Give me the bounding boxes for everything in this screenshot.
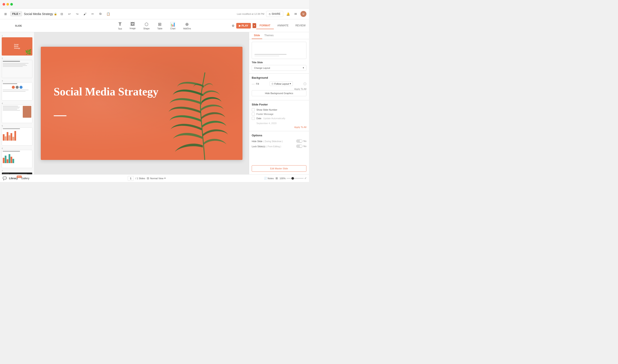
circle-2 — [16, 86, 19, 89]
cut-icon[interactable]: ✂ — [90, 11, 96, 17]
slide4-image — [23, 106, 31, 118]
panel-tabs: Slide Themes — [249, 32, 309, 39]
fill-dropdown-arrow-icon: ▾ — [290, 82, 291, 85]
main-slide-canvas[interactable]: Social Media Strategy — [41, 47, 243, 160]
insert-addons-button[interactable]: ⊕ AddOns — [183, 22, 191, 30]
footer-message-checkbox[interactable] — [252, 113, 255, 116]
image-insert-label: Image — [130, 27, 136, 30]
themes-tab[interactable]: Themes — [262, 32, 276, 39]
slides-panel: 1 SocialMediaStrategy 🌿 2 — [0, 32, 34, 174]
table-insert-label: Table — [157, 27, 163, 30]
slide-number-2: 2 — [2, 57, 32, 59]
slide-title-text[interactable]: Social Media Strategy — [54, 85, 158, 98]
file-menu-button[interactable]: FILE ▾ — [10, 11, 22, 16]
edit-master-slide-button[interactable]: Edit Master Slide — [252, 165, 306, 172]
slide-layout-icon[interactable]: ⊟ — [59, 11, 65, 17]
chat-icon[interactable]: ✉ — [293, 11, 299, 17]
slide-thumbnail-3[interactable]: 3 — [0, 79, 34, 101]
library-button[interactable]: Library New — [9, 177, 18, 180]
notes-icon: 📄 — [264, 177, 267, 180]
slide-number-3: 3 — [2, 80, 32, 82]
hide-slide-label: Hide Slide — [252, 140, 262, 143]
page-number-input[interactable] — [128, 176, 134, 181]
slide-number-7: 7 — [2, 170, 32, 172]
fill-label-text: Fill — [256, 82, 259, 85]
minimize-button[interactable] — [6, 3, 9, 6]
slide-plant — [167, 60, 243, 160]
grid-layout-icon[interactable]: ⊞ — [275, 177, 278, 180]
fullscreen-button[interactable] — [10, 3, 13, 6]
insert-shape-button[interactable]: ⬡ Shape — [143, 22, 150, 30]
user-avatar[interactable]: U — [301, 11, 306, 17]
notes-button[interactable]: 📄 Notes — [264, 177, 274, 180]
slide-thumbnail-7[interactable]: 7 — [0, 169, 34, 174]
insert-chart-button[interactable]: 📊 Chart — [170, 22, 176, 30]
home-icon[interactable]: ⊞ — [2, 11, 9, 17]
insert-bar: SLIDE T Text 🖼 Image ⬡ Shape ⊞ Table 📊 C… — [0, 19, 309, 32]
layout-preview — [252, 42, 306, 59]
slide-thumbnail-6[interactable]: 6 — [0, 146, 34, 169]
play-button[interactable]: ▶ PLAY — [236, 23, 251, 28]
hide-background-button[interactable]: Hide Background Graphics — [252, 90, 306, 96]
edit-master-label: Edit Master Slide — [270, 167, 288, 170]
insert-image-button[interactable]: 🖼 Image — [130, 22, 136, 30]
play-dropdown-button[interactable]: ▾ — [253, 23, 256, 28]
chart-bars-5 — [3, 130, 31, 141]
insert-table-button[interactable]: ⊞ Table — [157, 22, 163, 30]
normal-view-button[interactable]: ⊟ Normal View ▾ — [147, 177, 165, 180]
copy-icon[interactable]: ⧉ — [97, 11, 103, 17]
notifications-icon[interactable]: 🔔 — [285, 11, 291, 17]
close-button[interactable] — [2, 3, 5, 6]
lock-slide-toggle[interactable] — [296, 144, 302, 148]
slide-panel-toggle[interactable]: SLIDE — [15, 23, 21, 29]
slide-thumbnail-4[interactable]: 4 — [0, 101, 34, 124]
notes-label: Notes — [268, 177, 274, 180]
settings-button[interactable]: ⚙ — [230, 23, 236, 29]
share-button[interactable]: ⎋ SHARE — [266, 11, 283, 17]
apply-all-footer[interactable]: Apply To All — [252, 126, 306, 129]
paste-icon[interactable]: 📋 — [105, 11, 111, 17]
show-slide-number-row: Show Slide Number — [252, 108, 306, 111]
bottom-chat-icon[interactable]: 💬 — [2, 176, 7, 180]
hide-slide-value: No — [303, 140, 306, 142]
layout-title-label: Title Slide — [252, 61, 306, 64]
change-layout-button[interactable]: Change Layout ▾ — [252, 65, 306, 71]
slide-tab[interactable]: Slide — [252, 32, 262, 39]
paint-format-icon[interactable]: 🖌 — [82, 11, 88, 17]
addons-insert-icon: ⊕ — [185, 22, 189, 27]
slide-thumbnail-1[interactable]: 1 SocialMediaStrategy 🌿 — [0, 34, 34, 56]
image-insert-icon: 🖼 — [130, 22, 135, 26]
zoom-fit-icon[interactable]: ⤢ — [304, 177, 306, 180]
footer-message-input[interactable] — [256, 113, 306, 115]
fill-color-picker[interactable] — [303, 82, 306, 85]
bottom-bar: 💬 Library New Gallery / 1 Slides ⊟ Norma… — [0, 174, 309, 182]
fill-color-dot — [272, 83, 274, 85]
apply-all-bg[interactable]: Apply To All — [252, 88, 306, 90]
fill-dropdown[interactable]: Follow Layout ▾ — [270, 81, 293, 86]
slide-preview-4 — [2, 105, 32, 123]
undo-button[interactable]: ↩ — [67, 11, 72, 17]
date-checkbox[interactable] — [252, 117, 255, 120]
slide1-title: SocialMediaStrategy — [12, 42, 22, 51]
review-tab[interactable]: REVIEW — [292, 22, 309, 29]
insert-text-button[interactable]: T Text — [118, 21, 122, 30]
slide-thumbnail-5[interactable]: 5 — [0, 124, 34, 146]
hide-slide-toggle[interactable] — [296, 139, 302, 143]
format-tab[interactable]: FORMAT — [256, 22, 274, 29]
lock-slide-label-group: Lock Slide(s) ( From Editing ) — [252, 144, 281, 148]
zoom-slider[interactable] — [287, 178, 304, 179]
gallery-label: Gallery — [21, 177, 29, 180]
redo-button[interactable]: ↪ — [74, 11, 80, 17]
layout-preview-inner — [253, 52, 305, 58]
footer-section-title: Slide Footer — [252, 103, 306, 106]
fill-label: — Fill — [252, 82, 259, 86]
animate-tab[interactable]: ANIMATE — [274, 22, 292, 29]
date-label-text: Date — [256, 117, 261, 120]
new-badge: New — [17, 176, 21, 178]
show-slide-number-checkbox[interactable] — [252, 108, 255, 111]
lock-slide-sub: ( From Editing ) — [266, 145, 281, 148]
gallery-button[interactable]: Gallery — [21, 177, 29, 180]
lock-slide-value: No — [303, 145, 306, 147]
slide-thumbnail-2[interactable]: 2 — [0, 56, 34, 79]
plant-svg — [167, 60, 243, 160]
